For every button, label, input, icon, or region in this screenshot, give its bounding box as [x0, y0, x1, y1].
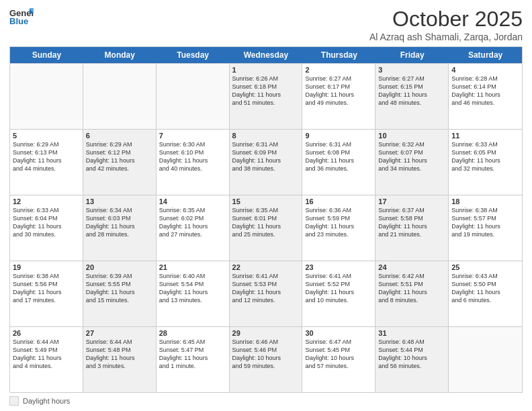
- day-cell-24: 24Sunrise: 6:42 AM Sunset: 5:51 PM Dayli…: [375, 261, 449, 326]
- title-block: October 2025 Al Azraq ash Shamali, Zarqa…: [369, 7, 523, 42]
- day-cell-7: 7Sunrise: 6:30 AM Sunset: 6:10 PM Daylig…: [157, 130, 230, 195]
- day-cell-16: 16Sunrise: 6:36 AM Sunset: 5:59 PM Dayli…: [302, 195, 375, 261]
- month-title: October 2025: [369, 7, 523, 32]
- empty-cell: [83, 64, 157, 129]
- day-cell-15: 15Sunrise: 6:35 AM Sunset: 6:01 PM Dayli…: [230, 195, 303, 261]
- day-info: Sunrise: 6:36 AM Sunset: 5:59 PM Dayligh…: [305, 206, 372, 239]
- day-number: 19: [13, 263, 80, 271]
- day-info: Sunrise: 6:38 AM Sunset: 5:56 PM Dayligh…: [13, 272, 80, 305]
- day-info: Sunrise: 6:39 AM Sunset: 5:55 PM Dayligh…: [86, 272, 153, 305]
- day-cell-4: 4Sunrise: 6:28 AM Sunset: 6:14 PM Daylig…: [449, 64, 522, 129]
- day-number: 9: [305, 132, 372, 140]
- day-info: Sunrise: 6:48 AM Sunset: 5:44 PM Dayligh…: [378, 338, 445, 371]
- day-number: 16: [305, 197, 372, 205]
- day-cell-22: 22Sunrise: 6:41 AM Sunset: 5:53 PM Dayli…: [230, 261, 303, 326]
- calendar-header: SundayMondayTuesdayWednesdayThursdayFrid…: [10, 47, 522, 63]
- day-number: 24: [378, 263, 445, 271]
- day-info: Sunrise: 6:46 AM Sunset: 5:46 PM Dayligh…: [232, 338, 300, 371]
- day-info: Sunrise: 6:41 AM Sunset: 5:52 PM Dayligh…: [305, 272, 372, 305]
- day-number: 21: [159, 263, 226, 271]
- header-day-sunday: Sunday: [10, 47, 83, 63]
- header-day-wednesday: Wednesday: [230, 47, 303, 63]
- empty-cell: [157, 64, 230, 129]
- calendar: SundayMondayTuesdayWednesdayThursdayFrid…: [9, 46, 523, 393]
- day-number: 31: [378, 329, 445, 337]
- day-info: Sunrise: 6:30 AM Sunset: 6:10 PM Dayligh…: [159, 140, 226, 173]
- day-info: Sunrise: 6:27 AM Sunset: 6:17 PM Dayligh…: [305, 75, 372, 107]
- header-day-friday: Friday: [375, 47, 449, 63]
- day-info: Sunrise: 6:27 AM Sunset: 6:15 PM Dayligh…: [378, 75, 445, 107]
- day-number: 25: [451, 263, 519, 271]
- day-info: Sunrise: 6:35 AM Sunset: 6:01 PM Dayligh…: [232, 206, 300, 239]
- day-cell-26: 26Sunrise: 6:44 AM Sunset: 5:49 PM Dayli…: [10, 327, 83, 392]
- day-cell-1: 1Sunrise: 6:26 AM Sunset: 6:18 PM Daylig…: [230, 64, 303, 129]
- day-info: Sunrise: 6:43 AM Sunset: 5:50 PM Dayligh…: [451, 272, 519, 305]
- logo-icon: General Blue: [9, 7, 34, 26]
- day-cell-29: 29Sunrise: 6:46 AM Sunset: 5:46 PM Dayli…: [230, 327, 303, 392]
- daylight-label: Daylight hours: [23, 397, 70, 405]
- day-info: Sunrise: 6:29 AM Sunset: 6:13 PM Dayligh…: [13, 140, 80, 173]
- day-cell-19: 19Sunrise: 6:38 AM Sunset: 5:56 PM Dayli…: [10, 261, 83, 326]
- day-info: Sunrise: 6:26 AM Sunset: 6:18 PM Dayligh…: [232, 75, 300, 107]
- day-info: Sunrise: 6:31 AM Sunset: 6:09 PM Dayligh…: [232, 140, 300, 173]
- day-number: 17: [378, 197, 445, 205]
- day-number: 26: [13, 329, 80, 337]
- day-number: 22: [232, 263, 300, 271]
- day-info: Sunrise: 6:34 AM Sunset: 6:03 PM Dayligh…: [86, 206, 153, 239]
- svg-text:Blue: Blue: [9, 16, 28, 26]
- header-day-thursday: Thursday: [302, 47, 375, 63]
- day-cell-2: 2Sunrise: 6:27 AM Sunset: 6:17 PM Daylig…: [302, 64, 375, 129]
- header-day-monday: Monday: [83, 47, 157, 63]
- week-row-1: 1Sunrise: 6:26 AM Sunset: 6:18 PM Daylig…: [10, 63, 522, 129]
- day-cell-23: 23Sunrise: 6:41 AM Sunset: 5:52 PM Dayli…: [302, 261, 375, 326]
- week-row-2: 5Sunrise: 6:29 AM Sunset: 6:13 PM Daylig…: [10, 129, 522, 195]
- day-cell-8: 8Sunrise: 6:31 AM Sunset: 6:09 PM Daylig…: [230, 130, 303, 195]
- day-number: 13: [86, 197, 153, 205]
- empty-cell: [449, 327, 522, 392]
- day-number: 4: [451, 66, 519, 74]
- day-number: 2: [305, 66, 372, 74]
- day-number: 8: [232, 132, 300, 140]
- day-number: 30: [305, 329, 372, 337]
- day-info: Sunrise: 6:47 AM Sunset: 5:45 PM Dayligh…: [305, 338, 372, 371]
- day-number: 1: [232, 66, 300, 74]
- day-number: 5: [13, 132, 80, 140]
- day-cell-5: 5Sunrise: 6:29 AM Sunset: 6:13 PM Daylig…: [10, 130, 83, 195]
- day-info: Sunrise: 6:40 AM Sunset: 5:54 PM Dayligh…: [159, 272, 226, 305]
- footer: Daylight hours: [9, 396, 523, 406]
- day-number: 15: [232, 197, 300, 205]
- day-number: 11: [451, 132, 519, 140]
- day-cell-9: 9Sunrise: 6:31 AM Sunset: 6:08 PM Daylig…: [302, 130, 375, 195]
- calendar-body: 1Sunrise: 6:26 AM Sunset: 6:18 PM Daylig…: [10, 63, 522, 392]
- day-cell-11: 11Sunrise: 6:33 AM Sunset: 6:05 PM Dayli…: [449, 130, 522, 195]
- day-cell-25: 25Sunrise: 6:43 AM Sunset: 5:50 PM Dayli…: [449, 261, 522, 326]
- daylight-legend-box: [9, 396, 19, 406]
- day-number: 23: [305, 263, 372, 271]
- day-cell-20: 20Sunrise: 6:39 AM Sunset: 5:55 PM Dayli…: [83, 261, 157, 326]
- day-info: Sunrise: 6:31 AM Sunset: 6:08 PM Dayligh…: [305, 140, 372, 173]
- day-info: Sunrise: 6:42 AM Sunset: 5:51 PM Dayligh…: [378, 272, 445, 305]
- day-number: 6: [86, 132, 153, 140]
- day-cell-21: 21Sunrise: 6:40 AM Sunset: 5:54 PM Dayli…: [157, 261, 230, 326]
- week-row-4: 19Sunrise: 6:38 AM Sunset: 5:56 PM Dayli…: [10, 261, 522, 326]
- day-info: Sunrise: 6:38 AM Sunset: 5:57 PM Dayligh…: [451, 206, 519, 239]
- day-cell-30: 30Sunrise: 6:47 AM Sunset: 5:45 PM Dayli…: [302, 327, 375, 392]
- header: General Blue October 2025 Al Azraq ash S…: [9, 7, 523, 42]
- week-row-5: 26Sunrise: 6:44 AM Sunset: 5:49 PM Dayli…: [10, 326, 522, 392]
- header-day-saturday: Saturday: [449, 47, 522, 63]
- day-info: Sunrise: 6:35 AM Sunset: 6:02 PM Dayligh…: [159, 206, 226, 239]
- day-number: 18: [451, 197, 519, 205]
- day-number: 29: [232, 329, 300, 337]
- day-cell-17: 17Sunrise: 6:37 AM Sunset: 5:58 PM Dayli…: [375, 195, 449, 261]
- day-number: 27: [86, 329, 153, 337]
- empty-cell: [10, 64, 83, 129]
- day-cell-10: 10Sunrise: 6:32 AM Sunset: 6:07 PM Dayli…: [375, 130, 449, 195]
- day-info: Sunrise: 6:28 AM Sunset: 6:14 PM Dayligh…: [451, 75, 519, 107]
- page: General Blue October 2025 Al Azraq ash S…: [0, 0, 532, 411]
- day-cell-31: 31Sunrise: 6:48 AM Sunset: 5:44 PM Dayli…: [375, 327, 449, 392]
- day-number: 28: [159, 329, 226, 337]
- day-info: Sunrise: 6:33 AM Sunset: 6:04 PM Dayligh…: [13, 206, 80, 239]
- day-info: Sunrise: 6:45 AM Sunset: 5:47 PM Dayligh…: [159, 338, 226, 371]
- day-cell-27: 27Sunrise: 6:44 AM Sunset: 5:48 PM Dayli…: [83, 327, 157, 392]
- day-cell-13: 13Sunrise: 6:34 AM Sunset: 6:03 PM Dayli…: [83, 195, 157, 261]
